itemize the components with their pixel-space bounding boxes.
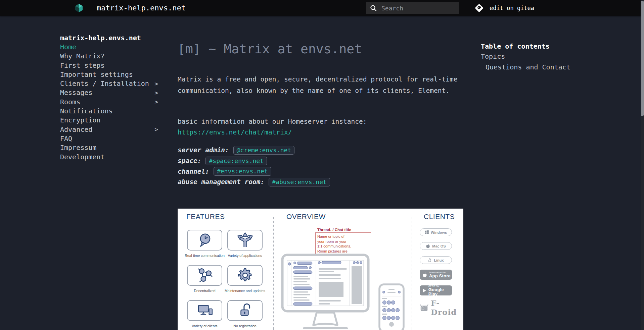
linux-client-pill: Linux [420,256,452,264]
feature-card-label: No registration [223,324,267,328]
table-of-contents: Table of contents Topics Questions and C… [481,42,570,72]
feature-card [187,300,222,321]
network-icon [196,267,213,284]
search-box [366,2,459,14]
fact-label: server admin: [178,146,229,154]
fact-row-space: space: #space:envs.net [178,156,463,166]
feature-card [187,265,222,286]
f-droid-badge: F-Droid [420,298,463,317]
sidebar-item-first-steps[interactable]: First steps [60,61,158,70]
intro-paragraph: Matrix is a free and open, secure, decen… [178,74,463,97]
google-play-badge: GET IT ON Google Play [420,285,452,295]
sidebar-item-encryption[interactable]: Encryption [60,116,158,125]
open-lock-icon [237,302,254,319]
chat-clock-icon [196,232,213,249]
scrollbar-thumb[interactable] [641,1,644,116]
f-droid-label: F-Droid [431,298,463,317]
linux-icon [428,258,432,263]
toc-item-topics[interactable]: Topics [481,51,570,62]
channel-chip[interactable]: #envs:envs.net [214,167,271,176]
feature-card-label: Real-time communication [183,254,226,258]
gitea-icon [474,3,484,13]
toc-item-questions-and-contact[interactable]: Questions and Contact [481,62,570,72]
site-logo-icon[interactable] [75,3,83,13]
clients-heading: CLIENTS [424,213,455,221]
annotation-title: Thread- / Chat title [317,228,351,232]
chevron-right-icon: > [154,126,158,133]
space-chip[interactable]: #space:envs.net [205,157,267,165]
server-admin-chip[interactable]: @creme:envs.net [233,146,295,155]
page-title: [m] ~ Matrix at envs.net [178,42,463,56]
homeserver-link[interactable]: https://envs.net/chat/matrix/ [178,128,292,136]
linux-label: Linux [434,258,444,262]
macos-label: Mac OS [432,244,446,248]
chevron-right-icon: > [154,89,158,96]
edit-on-gitea-label: edit on gitea [490,5,534,11]
homeserver-facts: server admin: @creme:envs.net space: #sp… [178,145,463,187]
gear-icon [237,267,254,284]
matrix-overview-image: FEATURES OVERVIEW CLIENTS Real-time comm… [178,209,463,330]
phone-mockup [378,283,405,330]
fact-label: channel: [178,168,209,175]
windows-icon [425,230,429,234]
feature-card-label: Variety of applications [223,254,267,258]
header-bar: matrix-help.envs.net edit on gitea [0,0,644,16]
sidebar-item-label: Rooms [60,98,80,106]
sidebar-item-notifications[interactable]: Notifications [60,106,158,115]
sidebar-item-faq[interactable]: FAQ [60,134,158,143]
three-way-arrow-icon [237,232,254,249]
fact-label: space: [178,157,201,165]
sidebar-item-important-settings[interactable]: Important settings [60,70,158,79]
desktop-mockup [281,254,370,330]
feature-card-label: Maintenance and updates [223,289,267,293]
apple-icon [422,272,427,278]
search-input[interactable] [366,2,459,14]
devices-icon [196,302,213,319]
sidebar-nav: matrix-help.envs.net Home Why Matrix? Fi… [60,33,158,161]
play-icon [422,288,426,293]
feature-card-label: Variety of clients [183,324,226,328]
edit-on-gitea-link[interactable]: edit on gitea [474,0,534,16]
sidebar-item-impressum[interactable]: Impressum [60,143,158,152]
windows-client-pill: Windows [420,228,452,236]
windows-label: Windows [431,230,447,234]
macos-client-pill: Mac OS [420,242,452,250]
annotation-underline [315,232,371,233]
sidebar-item-label: Advanced [60,125,92,133]
chevron-right-icon: > [154,98,158,105]
sidebar-item-messages[interactable]: Messages > [60,88,158,97]
sidebar-item-label: Clients / Installation [60,79,149,88]
dotted-divider [412,217,412,330]
sidebar-item-why-matrix[interactable]: Why Matrix? [60,52,158,61]
feature-card [227,300,263,321]
content-divider [178,106,463,106]
feature-card [227,230,263,251]
apple-icon [426,243,430,249]
feature-card [227,265,263,286]
sidebar-item-rooms[interactable]: Rooms > [60,97,158,106]
overview-heading: OVERVIEW [286,213,326,221]
sidebar-site-title[interactable]: matrix-help.envs.net [60,33,158,42]
sidebar-item-advanced[interactable]: Advanced > [60,125,158,134]
toc-title: Table of contents [481,42,570,51]
fdroid-robot-icon [420,303,428,312]
sidebar-item-clients-installation[interactable]: Clients / Installation > [60,79,158,88]
sidebar-item-development[interactable]: Development [60,152,158,161]
app-store-badge: Download on the App Store [420,270,452,280]
sidebar-item-home[interactable]: Home [60,42,158,51]
header-site-title[interactable]: matrix-help.envs.net [97,0,186,16]
scrollbar-track[interactable] [641,0,644,330]
fact-label: abuse management room: [178,178,264,186]
feature-card [187,230,222,251]
chevron-right-icon: > [154,80,158,87]
app-store-name: App Store [429,274,451,278]
fact-row-server-admin: server admin: @creme:envs.net [178,145,463,156]
fact-row-channel: channel: #envs:envs.net [178,166,463,177]
fact-row-abuse-room: abuse management room: #abuse:envs.net [178,177,463,187]
google-play-name: Google Play [428,287,452,296]
features-heading: FEATURES [186,213,225,221]
sidebar-item-label: Messages [60,89,92,97]
abuse-room-chip[interactable]: #abuse:envs.net [269,178,330,186]
dotted-divider [273,217,274,330]
feature-card-label: Decentralized [183,289,226,293]
